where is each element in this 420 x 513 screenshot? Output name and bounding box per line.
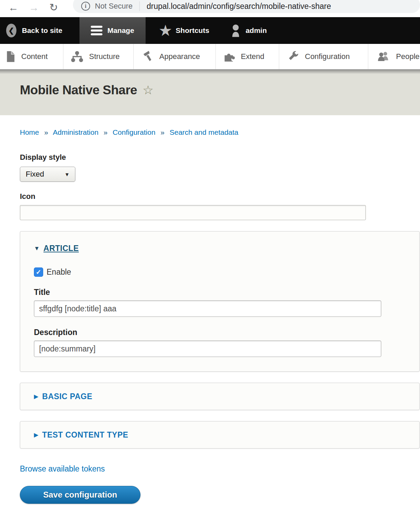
chevron-down-icon: ▼ bbox=[64, 171, 70, 177]
shortcuts-label: Shortcuts bbox=[176, 26, 209, 35]
save-configuration-button[interactable]: Save configuration bbox=[20, 486, 140, 504]
tab-configuration[interactable]: Configuration bbox=[279, 44, 368, 69]
icon-field-label: Icon bbox=[20, 192, 420, 201]
breadcrumb-administration[interactable]: Administration bbox=[53, 128, 98, 136]
hamburger-icon bbox=[91, 26, 102, 35]
sitemap-icon bbox=[71, 51, 83, 62]
wrench-icon bbox=[287, 51, 299, 62]
security-label: Not Secure bbox=[95, 2, 133, 11]
tab-structure-label: Structure bbox=[89, 52, 120, 61]
breadcrumb-separator: » bbox=[103, 128, 108, 136]
title-field-label: Title bbox=[34, 288, 406, 297]
people-icon bbox=[377, 51, 390, 62]
browser-chrome: ← → ↻ i Not Secure drupal.local/admin/co… bbox=[0, 0, 420, 17]
url-text[interactable]: drupal.local/admin/config/search/mobile-… bbox=[147, 2, 331, 11]
tab-content[interactable]: Content bbox=[0, 44, 63, 69]
browse-tokens-link[interactable]: Browse available tokens bbox=[20, 464, 105, 474]
triangle-down-icon: ▼ bbox=[34, 245, 40, 252]
enable-checkbox[interactable]: ✓ bbox=[34, 267, 43, 277]
fieldset-basic-page-title[interactable]: BASIC PAGE bbox=[42, 392, 92, 401]
browser-forward-icon[interactable]: → bbox=[29, 2, 39, 13]
breadcrumb-search-and-metadata[interactable]: Search and metadata bbox=[170, 128, 238, 136]
tab-appearance-label: Appearance bbox=[159, 52, 200, 61]
breadcrumb-separator: » bbox=[44, 128, 48, 136]
breadcrumb: Home » Administration » Configuration » … bbox=[20, 128, 420, 136]
bookmark-star-icon[interactable]: ☆ bbox=[143, 84, 153, 96]
page-title: Mobile Native Share bbox=[20, 83, 137, 97]
triangle-right-icon: ▶ bbox=[34, 393, 38, 400]
address-bar-divider bbox=[139, 1, 140, 11]
shortcuts-tab[interactable]: ★ Shortcuts bbox=[155, 17, 214, 44]
icon-input[interactable] bbox=[20, 205, 366, 220]
tab-extend-label: Extend bbox=[241, 52, 264, 61]
tab-extend[interactable]: Extend bbox=[216, 44, 279, 69]
breadcrumb-separator: » bbox=[160, 128, 164, 136]
display-style-select[interactable]: Fixed ▼ bbox=[20, 167, 75, 182]
admin-toolbar: ❮ Back to site Manage ★ Shortcuts admin bbox=[0, 17, 420, 44]
document-icon bbox=[5, 51, 15, 62]
admin-menu-bar: Content Structure Appearance Extend Conf… bbox=[0, 44, 420, 69]
main-content: Home » Administration » Configuration » … bbox=[0, 128, 420, 504]
address-bar[interactable]: i Not Secure drupal.local/admin/config/s… bbox=[73, 0, 420, 13]
shortcuts-star-icon: ★ bbox=[159, 24, 172, 37]
header-shadow bbox=[0, 69, 420, 74]
back-to-site-label: Back to site bbox=[22, 26, 62, 35]
fieldset-basic-page[interactable]: ▶ BASIC PAGE bbox=[20, 383, 420, 410]
breadcrumb-home[interactable]: Home bbox=[20, 128, 39, 136]
tab-appearance[interactable]: Appearance bbox=[134, 44, 216, 69]
info-icon[interactable]: i bbox=[81, 2, 90, 11]
display-style-value: Fixed bbox=[26, 170, 44, 179]
tab-people[interactable]: People bbox=[368, 44, 420, 69]
page-header: Mobile Native Share ☆ bbox=[0, 69, 420, 115]
fieldset-test-content-type-title[interactable]: TEST CONTENT TYPE bbox=[42, 430, 128, 440]
tab-people-label: People bbox=[396, 52, 420, 61]
breadcrumb-configuration[interactable]: Configuration bbox=[113, 128, 156, 136]
admin-user-label: admin bbox=[246, 26, 267, 35]
fieldset-test-content-type[interactable]: ▶ TEST CONTENT TYPE bbox=[20, 421, 420, 449]
browser-reload-icon[interactable]: ↻ bbox=[49, 2, 58, 13]
back-to-site-button[interactable]: ❮ Back to site bbox=[0, 17, 79, 44]
display-style-label: Display style bbox=[20, 153, 420, 162]
admin-user-tab[interactable]: admin bbox=[226, 17, 272, 44]
tab-structure[interactable]: Structure bbox=[63, 44, 134, 69]
title-input[interactable] bbox=[34, 300, 381, 317]
triangle-right-icon: ▶ bbox=[34, 431, 38, 439]
enable-label: Enable bbox=[47, 267, 71, 277]
description-field-label: Description bbox=[34, 328, 406, 337]
tab-content-label: Content bbox=[21, 52, 48, 61]
back-to-site-icon: ❮ bbox=[6, 24, 16, 37]
browser-back-icon[interactable]: ← bbox=[8, 2, 18, 13]
puzzle-icon bbox=[223, 51, 235, 62]
description-input[interactable] bbox=[34, 341, 381, 357]
fieldset-article: ▼ ARTICLE ✓ Enable Title Description bbox=[20, 231, 420, 372]
manage-label: Manage bbox=[107, 26, 134, 35]
tab-configuration-label: Configuration bbox=[305, 52, 350, 61]
fieldset-article-summary[interactable]: ▼ ARTICLE bbox=[34, 244, 406, 253]
browser-nav: ← → ↻ bbox=[8, 0, 58, 15]
user-icon bbox=[231, 24, 241, 37]
paintbrush-icon bbox=[143, 50, 153, 63]
fieldset-article-title[interactable]: ARTICLE bbox=[44, 244, 79, 253]
manage-tab[interactable]: Manage bbox=[79, 17, 146, 44]
